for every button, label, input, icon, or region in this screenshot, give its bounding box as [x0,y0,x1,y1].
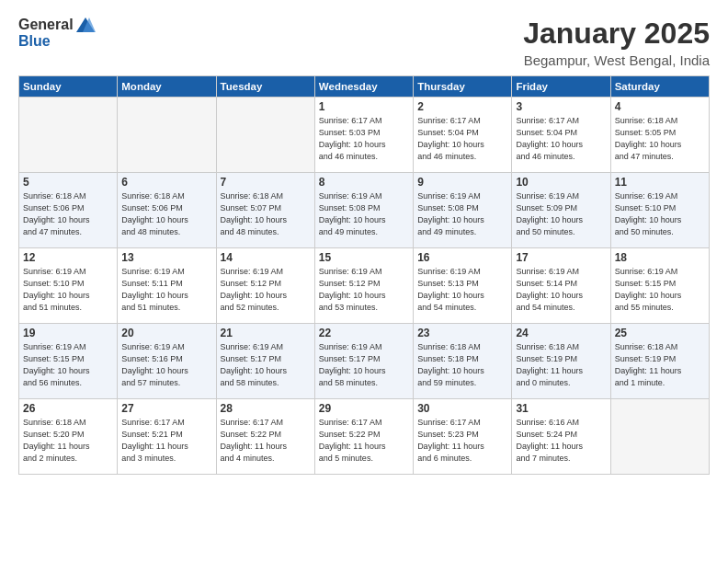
calendar-day: 20Sunrise: 6:19 AM Sunset: 5:16 PM Dayli… [118,324,216,399]
day-number: 1 [319,100,409,113]
day-info: Sunrise: 6:19 AM Sunset: 5:09 PM Dayligh… [516,190,606,238]
calendar-day: 24Sunrise: 6:18 AM Sunset: 5:19 PM Dayli… [512,324,610,399]
day-info: Sunrise: 6:17 AM Sunset: 5:04 PM Dayligh… [516,115,606,163]
day-number: 27 [121,402,211,415]
calendar-day: 22Sunrise: 6:19 AM Sunset: 5:17 PM Dayli… [314,324,413,399]
calendar-day [118,98,216,173]
day-info: Sunrise: 6:19 AM Sunset: 5:10 PM Dayligh… [615,190,705,238]
calendar-day: 8Sunrise: 6:19 AM Sunset: 5:08 PM Daylig… [314,173,413,248]
day-info: Sunrise: 6:19 AM Sunset: 5:08 PM Dayligh… [319,190,409,238]
day-number: 10 [516,176,606,189]
day-number: 13 [121,251,211,264]
header: General Blue January 2025 Begampur, West… [18,17,710,68]
day-number: 24 [516,327,606,339]
logo-icon [75,17,96,33]
header-saturday: Saturday [610,76,709,98]
day-info: Sunrise: 6:18 AM Sunset: 5:06 PM Dayligh… [23,190,113,238]
day-info: Sunrise: 6:19 AM Sunset: 5:12 PM Dayligh… [319,266,409,314]
day-info: Sunrise: 6:19 AM Sunset: 5:15 PM Dayligh… [615,266,705,314]
header-wednesday: Wednesday [314,76,413,98]
day-info: Sunrise: 6:19 AM Sunset: 5:08 PM Dayligh… [417,190,507,238]
calendar-day: 28Sunrise: 6:17 AM Sunset: 5:22 PM Dayli… [216,399,314,475]
calendar-day: 15Sunrise: 6:19 AM Sunset: 5:12 PM Dayli… [314,248,413,324]
calendar-day [19,98,118,173]
day-number: 16 [417,251,507,264]
calendar-subtitle: Begampur, West Bengal, India [523,52,710,68]
calendar-week-1: 5Sunrise: 6:18 AM Sunset: 5:06 PM Daylig… [19,173,710,248]
calendar-day [216,98,314,173]
title-area: January 2025 Begampur, West Bengal, Indi… [523,17,710,68]
calendar-title: January 2025 [523,17,710,51]
calendar-day: 17Sunrise: 6:19 AM Sunset: 5:14 PM Dayli… [512,248,610,324]
day-info: Sunrise: 6:19 AM Sunset: 5:16 PM Dayligh… [121,341,211,389]
day-number: 26 [23,402,113,415]
header-thursday: Thursday [414,76,512,98]
day-info: Sunrise: 6:19 AM Sunset: 5:12 PM Dayligh… [221,266,311,314]
day-number: 17 [516,251,606,264]
calendar-day: 31Sunrise: 6:16 AM Sunset: 5:24 PM Dayli… [512,399,610,475]
day-info: Sunrise: 6:17 AM Sunset: 5:21 PM Dayligh… [121,417,211,465]
calendar-table: Sunday Monday Tuesday Wednesday Thursday… [18,75,710,475]
day-info: Sunrise: 6:18 AM Sunset: 5:19 PM Dayligh… [516,341,606,389]
calendar-day: 21Sunrise: 6:19 AM Sunset: 5:17 PM Dayli… [216,324,314,399]
day-info: Sunrise: 6:18 AM Sunset: 5:20 PM Dayligh… [23,417,113,465]
day-number: 31 [516,402,606,415]
calendar-day: 27Sunrise: 6:17 AM Sunset: 5:21 PM Dayli… [118,399,216,475]
calendar-day: 11Sunrise: 6:19 AM Sunset: 5:10 PM Dayli… [610,173,709,248]
day-info: Sunrise: 6:19 AM Sunset: 5:17 PM Dayligh… [319,341,409,389]
day-info: Sunrise: 6:19 AM Sunset: 5:13 PM Dayligh… [417,266,507,314]
calendar-day [610,399,709,475]
day-number: 14 [221,251,311,264]
day-number: 9 [417,176,507,189]
day-number: 3 [516,100,606,113]
calendar-day: 18Sunrise: 6:19 AM Sunset: 5:15 PM Dayli… [610,248,709,324]
calendar-week-4: 26Sunrise: 6:18 AM Sunset: 5:20 PM Dayli… [19,399,710,475]
day-number: 30 [417,402,507,415]
day-number: 2 [417,100,507,113]
calendar-day: 12Sunrise: 6:19 AM Sunset: 5:10 PM Dayli… [19,248,118,324]
calendar-day: 23Sunrise: 6:18 AM Sunset: 5:18 PM Dayli… [414,324,512,399]
calendar-day: 4Sunrise: 6:18 AM Sunset: 5:05 PM Daylig… [610,98,709,173]
page: General Blue January 2025 Begampur, West… [0,0,728,563]
header-tuesday: Tuesday [216,76,314,98]
day-number: 18 [615,251,705,264]
day-number: 23 [417,327,507,339]
calendar-day: 25Sunrise: 6:18 AM Sunset: 5:19 PM Dayli… [610,324,709,399]
calendar-day: 9Sunrise: 6:19 AM Sunset: 5:08 PM Daylig… [414,173,512,248]
day-info: Sunrise: 6:19 AM Sunset: 5:17 PM Dayligh… [221,341,311,389]
calendar-day: 14Sunrise: 6:19 AM Sunset: 5:12 PM Dayli… [216,248,314,324]
calendar-day: 13Sunrise: 6:19 AM Sunset: 5:11 PM Dayli… [118,248,216,324]
day-number: 28 [221,402,311,415]
day-number: 7 [221,176,311,189]
day-info: Sunrise: 6:18 AM Sunset: 5:19 PM Dayligh… [615,341,705,389]
calendar-day: 29Sunrise: 6:17 AM Sunset: 5:22 PM Dayli… [314,399,413,475]
calendar-day: 7Sunrise: 6:18 AM Sunset: 5:07 PM Daylig… [216,173,314,248]
day-number: 21 [221,327,311,339]
day-info: Sunrise: 6:19 AM Sunset: 5:14 PM Dayligh… [516,266,606,314]
day-number: 6 [121,176,211,189]
day-number: 15 [319,251,409,264]
weekday-header-row: Sunday Monday Tuesday Wednesday Thursday… [19,76,710,98]
day-number: 29 [319,402,409,415]
day-info: Sunrise: 6:17 AM Sunset: 5:22 PM Dayligh… [221,417,311,465]
logo-blue: Blue [18,33,51,50]
calendar-day: 26Sunrise: 6:18 AM Sunset: 5:20 PM Dayli… [19,399,118,475]
day-number: 20 [121,327,211,339]
calendar-day: 3Sunrise: 6:17 AM Sunset: 5:04 PM Daylig… [512,98,610,173]
calendar-week-3: 19Sunrise: 6:19 AM Sunset: 5:15 PM Dayli… [19,324,710,399]
calendar-week-0: 1Sunrise: 6:17 AM Sunset: 5:03 PM Daylig… [19,98,710,173]
logo-general: General [18,17,74,33]
calendar-day: 2Sunrise: 6:17 AM Sunset: 5:04 PM Daylig… [414,98,512,173]
calendar-week-2: 12Sunrise: 6:19 AM Sunset: 5:10 PM Dayli… [19,248,710,324]
calendar-day: 16Sunrise: 6:19 AM Sunset: 5:13 PM Dayli… [414,248,512,324]
logo: General Blue [18,17,96,50]
calendar-day: 6Sunrise: 6:18 AM Sunset: 5:06 PM Daylig… [118,173,216,248]
day-number: 8 [319,176,409,189]
day-number: 12 [23,251,113,264]
day-info: Sunrise: 6:17 AM Sunset: 5:03 PM Dayligh… [319,115,409,163]
header-monday: Monday [118,76,216,98]
day-number: 19 [23,327,113,339]
day-info: Sunrise: 6:19 AM Sunset: 5:10 PM Dayligh… [23,266,113,314]
day-info: Sunrise: 6:18 AM Sunset: 5:05 PM Dayligh… [615,115,705,163]
calendar-day: 1Sunrise: 6:17 AM Sunset: 5:03 PM Daylig… [314,98,413,173]
